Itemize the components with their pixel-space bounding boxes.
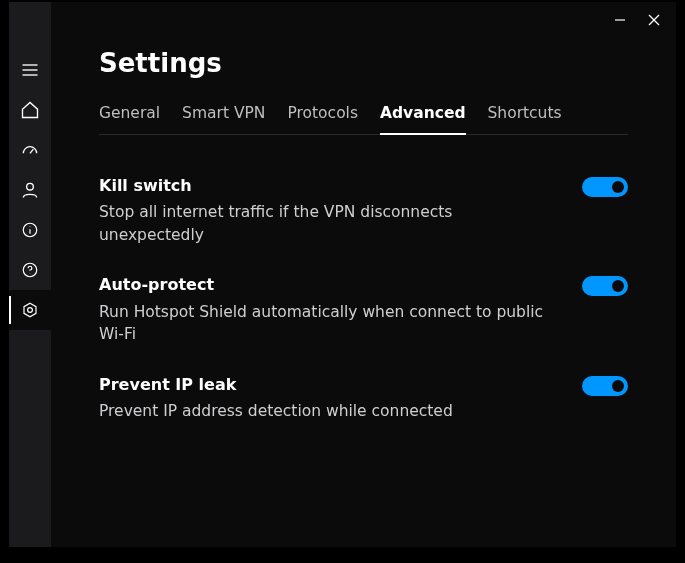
option-title: Kill switch <box>99 175 562 197</box>
option-auto-protect: Auto-protect Run Hotspot Shield automati… <box>99 274 628 345</box>
option-kill-switch: Kill switch Stop all internet traffic if… <box>99 175 628 246</box>
window-controls <box>604 2 676 38</box>
sidebar <box>9 2 51 547</box>
sidebar-item-home[interactable] <box>9 90 51 130</box>
sidebar-item-settings[interactable] <box>9 290 51 330</box>
sidebar-item-help[interactable] <box>9 250 51 290</box>
option-title: Auto-protect <box>99 274 562 296</box>
close-button[interactable] <box>638 6 670 34</box>
option-desc: Run Hotspot Shield automatically when co… <box>99 301 562 346</box>
tab-smart-vpn[interactable]: Smart VPN <box>182 104 265 134</box>
info-icon <box>21 221 39 239</box>
home-icon <box>20 100 40 120</box>
tab-protocols[interactable]: Protocols <box>287 104 358 134</box>
svg-line-3 <box>30 149 33 153</box>
settings-hex-icon <box>21 301 39 319</box>
option-text: Prevent IP leak Prevent IP address detec… <box>99 374 582 423</box>
sidebar-item-info[interactable] <box>9 210 51 250</box>
toggle-kill-switch[interactable] <box>582 177 628 197</box>
tab-shortcuts[interactable]: Shortcuts <box>488 104 562 134</box>
settings-content: Settings General Smart VPN Protocols Adv… <box>51 2 676 423</box>
option-text: Kill switch Stop all internet traffic if… <box>99 175 582 246</box>
main-panel: Settings General Smart VPN Protocols Adv… <box>51 2 676 547</box>
sidebar-item-account[interactable] <box>9 170 51 210</box>
option-desc: Prevent IP address detection while conne… <box>99 400 562 422</box>
toggle-auto-protect[interactable] <box>582 276 628 296</box>
minimize-button[interactable] <box>604 6 636 34</box>
svg-marker-10 <box>24 303 36 317</box>
tab-advanced[interactable]: Advanced <box>380 104 466 134</box>
page-title: Settings <box>99 48 628 78</box>
sidebar-item-speed[interactable] <box>9 130 51 170</box>
options-list: Kill switch Stop all internet traffic if… <box>99 135 628 423</box>
svg-point-4 <box>27 183 34 190</box>
app-window: Settings General Smart VPN Protocols Adv… <box>9 2 676 547</box>
option-title: Prevent IP leak <box>99 374 562 396</box>
toggle-prevent-ip-leak[interactable] <box>582 376 628 396</box>
svg-point-11 <box>28 308 33 313</box>
menu-button[interactable] <box>9 50 51 90</box>
option-desc: Stop all internet traffic if the VPN dis… <box>99 201 562 246</box>
option-text: Auto-protect Run Hotspot Shield automati… <box>99 274 582 345</box>
tab-general[interactable]: General <box>99 104 160 134</box>
help-icon <box>21 261 39 279</box>
minimize-icon <box>614 14 626 26</box>
tabs: General Smart VPN Protocols Advanced Sho… <box>99 104 628 135</box>
hamburger-icon <box>20 60 40 80</box>
gauge-icon <box>20 140 40 160</box>
user-icon <box>20 180 40 200</box>
close-icon <box>648 14 660 26</box>
option-prevent-ip-leak: Prevent IP leak Prevent IP address detec… <box>99 374 628 423</box>
